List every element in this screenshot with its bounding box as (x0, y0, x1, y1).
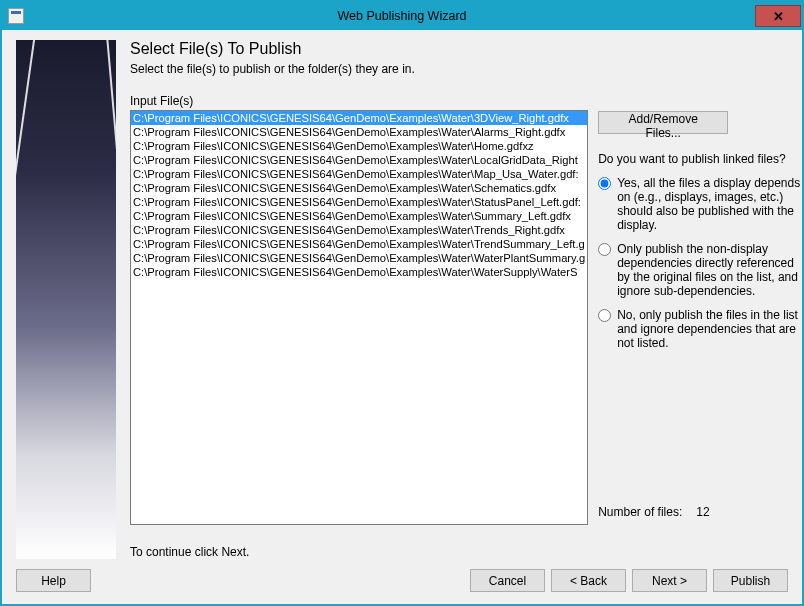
help-button[interactable]: Help (16, 569, 91, 592)
file-count-label: Number of files: (598, 505, 682, 519)
wizard-sidebar-graphic (16, 40, 116, 559)
list-item[interactable]: C:\Program Files\ICONICS\GENESIS64\GenDe… (131, 209, 587, 223)
add-remove-files-button[interactable]: Add/Remove Files... (598, 111, 728, 134)
close-icon: ✕ (773, 9, 784, 24)
list-item[interactable]: C:\Program Files\ICONICS\GENESIS64\GenDe… (131, 195, 587, 209)
list-item[interactable]: C:\Program Files\ICONICS\GENESIS64\GenDe… (131, 265, 587, 279)
list-item[interactable]: C:\Program Files\ICONICS\GENESIS64\GenDe… (131, 223, 587, 237)
app-icon (8, 8, 24, 24)
linked-files-option[interactable]: Only publish the non-display dependencie… (598, 242, 804, 298)
close-button[interactable]: ✕ (755, 5, 801, 27)
radio-label: No, only publish the files in the list a… (617, 308, 804, 350)
back-button[interactable]: < Back (551, 569, 626, 592)
wizard-content: Select File(s) To Publish Select the fil… (2, 30, 802, 604)
continue-hint: To continue click Next. (130, 545, 588, 559)
list-item[interactable]: C:\Program Files\ICONICS\GENESIS64\GenDe… (131, 167, 587, 181)
radio-label: Only publish the non-display dependencie… (617, 242, 804, 298)
window-title: Web Publishing Wizard (2, 9, 802, 23)
title-bar: Web Publishing Wizard ✕ (2, 2, 802, 30)
next-button[interactable]: Next > (632, 569, 707, 592)
linked-files-option[interactable]: No, only publish the files in the list a… (598, 308, 804, 350)
wizard-main: Select File(s) To Publish Select the fil… (130, 40, 804, 559)
list-item[interactable]: C:\Program Files\ICONICS\GENESIS64\GenDe… (131, 139, 587, 153)
list-item[interactable]: C:\Program Files\ICONICS\GENESIS64\GenDe… (131, 251, 587, 265)
list-item[interactable]: C:\Program Files\ICONICS\GENESIS64\GenDe… (131, 237, 587, 251)
wizard-footer: Help Cancel < Back Next > Publish (16, 559, 788, 592)
linked-files-question: Do you want to publish linked files? (598, 152, 804, 166)
radio-input[interactable] (598, 177, 611, 190)
input-files-listbox[interactable]: C:\Program Files\ICONICS\GENESIS64\GenDe… (130, 110, 588, 525)
list-item[interactable]: C:\Program Files\ICONICS\GENESIS64\GenDe… (131, 111, 587, 125)
publish-button[interactable]: Publish (713, 569, 788, 592)
file-count-value: 12 (696, 505, 709, 519)
list-item[interactable]: C:\Program Files\ICONICS\GENESIS64\GenDe… (131, 153, 587, 167)
radio-input[interactable] (598, 309, 611, 322)
radio-input[interactable] (598, 243, 611, 256)
list-item[interactable]: C:\Program Files\ICONICS\GENESIS64\GenDe… (131, 181, 587, 195)
page-subheading: Select the file(s) to publish or the fol… (130, 62, 804, 76)
list-item[interactable]: C:\Program Files\ICONICS\GENESIS64\GenDe… (131, 125, 587, 139)
linked-files-option[interactable]: Yes, all the files a display depends on … (598, 176, 804, 232)
radio-label: Yes, all the files a display depends on … (617, 176, 804, 232)
input-files-label: Input File(s) (130, 94, 588, 108)
linked-files-radio-group: Yes, all the files a display depends on … (598, 176, 804, 350)
page-heading: Select File(s) To Publish (130, 40, 804, 58)
cancel-button[interactable]: Cancel (470, 569, 545, 592)
